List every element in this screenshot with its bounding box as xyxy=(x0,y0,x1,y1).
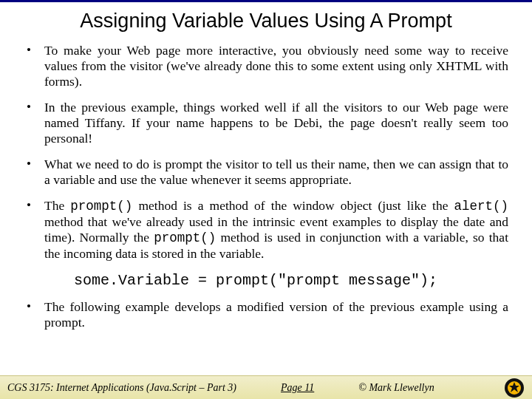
slide-body: • To make your Web page more interactive… xyxy=(0,43,532,330)
footer-course: CGS 3175: Internet Applications (Java.Sc… xyxy=(7,382,259,394)
bullet-dot: • xyxy=(27,157,44,188)
code-inline: prompt() xyxy=(154,231,216,245)
text-fragment: The xyxy=(44,198,70,213)
bullet-text: To make your Web page more interactive, … xyxy=(44,43,508,89)
bullet-dot: • xyxy=(27,100,44,146)
bullet-text: The following example develops a modifie… xyxy=(44,299,508,330)
code-inline: prompt() xyxy=(70,199,132,214)
bullet-item: • The following example develops a modif… xyxy=(27,299,508,330)
bullet-item: • The prompt() method is a method of the… xyxy=(27,198,508,262)
bullet-dot: • xyxy=(27,198,44,262)
footer-author: © Mark Llewellyn xyxy=(336,382,434,394)
bullet-item: • What we need to do is prompt the visit… xyxy=(27,157,508,188)
bullet-text: The prompt() method is a method of the w… xyxy=(44,198,508,262)
bullet-item: • In the previous example, things worked… xyxy=(27,100,508,146)
slide-title: Assigning Variable Values Using A Prompt xyxy=(22,10,510,33)
code-inline: alert() xyxy=(454,199,508,214)
ucf-logo-icon xyxy=(504,378,525,398)
footer-page: Page 11 xyxy=(259,382,336,394)
bullet-item: • To make your Web page more interactive… xyxy=(27,43,508,89)
footer-bar: CGS 3175: Internet Applications (Java.Sc… xyxy=(0,375,532,399)
bullet-text: In the previous example, things worked w… xyxy=(44,100,508,146)
bullet-dot: • xyxy=(27,299,44,330)
slide: Assigning Variable Values Using A Prompt… xyxy=(0,0,532,399)
code-line: some.Variable = prompt("prompt message")… xyxy=(74,272,508,289)
bullet-text: What we need to do is prompt the visitor… xyxy=(44,157,508,188)
text-fragment: method is a method of the window object … xyxy=(132,198,454,213)
bullet-dot: • xyxy=(27,43,44,89)
